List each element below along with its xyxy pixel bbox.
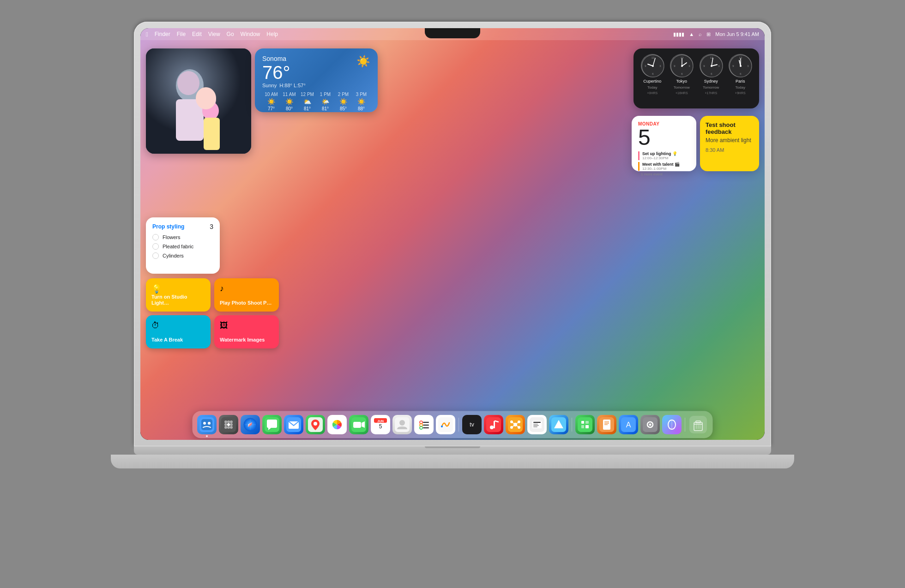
svg-rect-88: [494, 421, 495, 428]
dock-siri[interactable]: [662, 415, 682, 434]
shortcut-light-label: Turn on Studio Light…: [151, 294, 205, 306]
reminder-circle-0: [152, 234, 159, 240]
dock-messages[interactable]: [262, 415, 282, 434]
dock-finder[interactable]: [197, 415, 217, 434]
svg-point-2: [176, 69, 204, 102]
reminder-item-2: Cylinders: [152, 252, 213, 259]
svg-text:6: 6: [711, 72, 712, 75]
svg-text:3: 3: [748, 65, 749, 67]
svg-rect-67: [353, 422, 361, 428]
clock-sydney: 12 3 6 9 Sydney Tomorrow: [699, 54, 724, 103]
file-menu[interactable]: File: [177, 31, 186, 37]
svg-text:tv: tv: [470, 421, 474, 428]
svg-text:12: 12: [739, 56, 742, 59]
svg-text:JUN: JUN: [377, 420, 384, 423]
dock-launchpad[interactable]: [219, 415, 238, 434]
clock-city-sydney: Sydney: [704, 79, 718, 84]
svg-point-74: [399, 420, 405, 426]
dock-transporter[interactable]: [549, 415, 568, 434]
weather-condition: Sunny H:88° L:57°: [262, 83, 306, 88]
edit-menu[interactable]: Edit: [192, 31, 202, 37]
shortcut-music-label: Play Photo Shoot P…: [220, 300, 273, 306]
window-menu[interactable]: Window: [241, 31, 260, 37]
weather-temperature: 76°: [262, 63, 306, 82]
shortcut-photo-shoot[interactable]: ♪ Play Photo Shoot P…: [214, 278, 279, 312]
svg-rect-104: [533, 426, 537, 427]
svg-line-38: [739, 60, 741, 66]
dock-pages[interactable]: [597, 415, 616, 434]
dock-news[interactable]: [527, 415, 547, 434]
apple-menu[interactable]: : [146, 31, 148, 38]
svg-point-54: [230, 426, 233, 429]
dock-freeform[interactable]: [436, 415, 455, 434]
dock-trash[interactable]: [688, 415, 708, 434]
dock-photos[interactable]: [327, 415, 347, 434]
clock-day-tokyo: Tomorrow: [674, 85, 690, 90]
svg-point-50: [227, 423, 230, 426]
help-menu[interactable]: Help: [266, 31, 278, 37]
reminder-text-0: Flowers: [163, 234, 181, 240]
clock-offset-sydney: +17HRS: [705, 91, 717, 95]
svg-point-40: [740, 65, 742, 67]
svg-rect-0: [146, 48, 251, 154]
battery-icon[interactable]: ▮▮▮▮: [673, 31, 684, 37]
clock-day-cupertino: Today: [647, 85, 657, 90]
widgets-container: Sonoma 76° Sunny H:88° L:57° ☀️: [140, 45, 765, 412]
weather-sun-icon: ☀️: [356, 55, 370, 68]
calendar-event-2: Meet with talent 🎬 12:30–1:00PM: [638, 162, 690, 171]
shortcut-break-label: Take A Break: [151, 337, 205, 343]
svg-rect-42: [201, 419, 212, 430]
dock-music[interactable]: [484, 415, 503, 434]
reminder-item-1: Pleated fabric: [152, 243, 213, 250]
calendar-event-1: Set up lighting 💡 12:00–12:30PM: [638, 151, 690, 160]
dock-safari[interactable]: [241, 415, 260, 434]
dock-reminders[interactable]: [414, 415, 434, 434]
calendar-widget: MONDAY 5 Set up lighting 💡 12:00–12:30PM…: [632, 116, 696, 171]
view-menu[interactable]: View: [208, 31, 220, 37]
shortcut-break[interactable]: ⏱ Take A Break: [146, 315, 211, 348]
clock-offset-paris: +9HRS: [735, 91, 746, 95]
svg-text:6: 6: [740, 72, 742, 75]
dock-separator-3: [685, 418, 685, 432]
clock-day-paris: Today: [736, 85, 745, 90]
search-icon[interactable]: ⌕: [699, 31, 702, 37]
svg-text:9: 9: [645, 65, 646, 67]
shortcut-watermark[interactable]: 🖼 Watermark Images: [214, 315, 279, 348]
reminder-circle-2: [152, 252, 159, 259]
notes-time: 8:30 AM: [706, 147, 754, 153]
reminders-widget: Prop styling 3 Flowers Pleated fabric: [146, 217, 220, 274]
control-center-icon[interactable]: ⊞: [706, 31, 711, 37]
svg-point-8: [196, 87, 216, 109]
svg-text:6: 6: [682, 72, 683, 75]
finder-menu[interactable]: Finder: [155, 31, 170, 37]
svg-text:3: 3: [718, 65, 720, 67]
svg-line-14: [648, 64, 653, 66]
dock-contacts[interactable]: [392, 415, 412, 434]
svg-rect-102: [533, 424, 538, 425]
clock-city-tokyo: Tokyo: [676, 79, 687, 84]
reminder-text-2: Cylinders: [163, 253, 184, 258]
dock-appstore[interactable]: A: [619, 415, 638, 434]
go-menu[interactable]: Go: [227, 31, 234, 37]
macbook-laptop:  Finder File Edit View Go Window Help ▮…: [111, 22, 794, 566]
dock-mindnode[interactable]: [506, 415, 525, 434]
dock-settings[interactable]: [640, 415, 660, 434]
wifi-icon[interactable]: ▲: [689, 31, 694, 37]
dock-calendar[interactable]: JUN5: [371, 415, 390, 434]
dock-facetime[interactable]: [349, 415, 368, 434]
shortcut-studio-light[interactable]: 💡 Turn on Studio Light…: [146, 278, 211, 312]
shortcuts-grid: 💡 Turn on Studio Light… ♪ Play Photo Sho…: [146, 278, 279, 348]
dock-maps[interactable]: [306, 415, 325, 434]
svg-point-49: [224, 423, 227, 426]
dock-appletv[interactable]: tv: [462, 415, 482, 434]
clock-city-paris: Paris: [736, 79, 745, 84]
svg-rect-106: [578, 417, 592, 432]
svg-rect-110: [585, 425, 589, 428]
svg-line-30: [712, 65, 717, 66]
dock-mail[interactable]: [284, 415, 303, 434]
macbook-bottom-lip: [134, 446, 771, 455]
dock-numbers[interactable]: [575, 415, 595, 434]
svg-point-52: [224, 426, 227, 429]
calendar-day-label: MONDAY: [638, 121, 690, 126]
svg-rect-1: [146, 48, 251, 154]
